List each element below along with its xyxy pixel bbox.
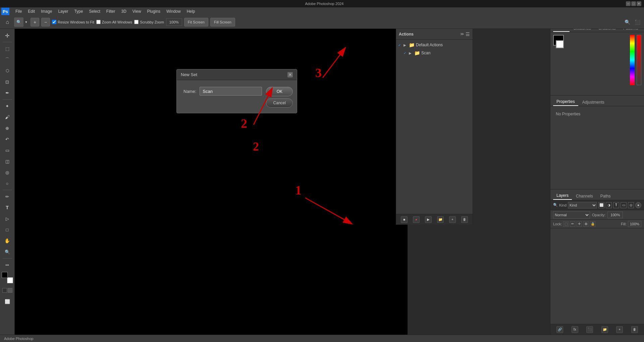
lock-all-btn[interactable]: 🔒 bbox=[590, 221, 595, 227]
opacity-input[interactable] bbox=[607, 212, 623, 218]
new-group-btn[interactable]: 📁 bbox=[601, 326, 608, 333]
filter-kind-select[interactable]: Kind bbox=[568, 202, 597, 209]
extra-tools[interactable]: ••• bbox=[2, 260, 13, 270]
lock-image-btn[interactable]: ✏ bbox=[570, 221, 575, 227]
path-selection-tool[interactable]: ▷ bbox=[2, 213, 13, 224]
default-actions-arrow[interactable]: ▶ bbox=[404, 43, 408, 47]
dodge-tool[interactable]: ○ bbox=[2, 178, 13, 189]
actions-new-set-btn[interactable]: 📁 bbox=[437, 216, 444, 223]
menu-edit[interactable]: Edit bbox=[25, 8, 38, 14]
marquee-tool[interactable]: ⬚ bbox=[2, 43, 13, 54]
maximize-button[interactable]: □ bbox=[631, 1, 636, 6]
actions-play-btn[interactable]: ▶ bbox=[425, 216, 432, 223]
filter-adj-icon[interactable]: ◑ bbox=[606, 202, 612, 208]
dialog-cancel-button[interactable]: Cancel bbox=[266, 98, 293, 108]
lock-position-btn[interactable]: ✛ bbox=[577, 221, 582, 227]
scan-actions-row[interactable]: ✓ ▶ 📁 Scan bbox=[396, 49, 473, 57]
blend-mode-select[interactable]: Normal bbox=[553, 211, 590, 219]
menu-help[interactable]: Help bbox=[184, 8, 198, 14]
home-icon[interactable]: ⌂ bbox=[3, 17, 12, 27]
actions-panel-title: Actions bbox=[399, 32, 414, 37]
menu-layer[interactable]: Layer bbox=[55, 8, 71, 14]
filter-toggle[interactable]: ● bbox=[635, 202, 641, 208]
lock-transparent-btn[interactable]: ⬚ bbox=[563, 221, 569, 227]
filter-smart-icon[interactable]: ◎ bbox=[628, 202, 634, 208]
actions-stop-btn[interactable]: ■ bbox=[401, 216, 408, 223]
new-layer-btn[interactable]: + bbox=[616, 326, 623, 333]
spot-healing-tool[interactable]: ✦ bbox=[2, 101, 13, 111]
lock-label: Lock: bbox=[553, 222, 562, 226]
menu-window[interactable]: Window bbox=[164, 8, 183, 14]
lock-artboard-btn[interactable]: ⊞ bbox=[583, 221, 589, 227]
color-spectrum-bar[interactable] bbox=[630, 35, 635, 85]
fit-screen-button[interactable]: Fit Screen bbox=[184, 18, 208, 26]
workspace-icon[interactable]: ⬛ bbox=[633, 18, 641, 26]
dialog-name-input[interactable] bbox=[200, 87, 262, 96]
blur-tool[interactable]: ◎ bbox=[2, 167, 13, 178]
menu-file[interactable]: File bbox=[13, 8, 24, 14]
menu-plugins[interactable]: Plugins bbox=[145, 8, 163, 14]
zoom-tool[interactable]: 🔍 bbox=[2, 246, 13, 257]
color-alpha-bar[interactable] bbox=[637, 35, 641, 85]
scrubby-zoom-check[interactable]: Scrubby Zoom bbox=[134, 20, 164, 24]
clone-tool[interactable]: ⊕ bbox=[2, 123, 13, 133]
dialog-ok-button[interactable]: OK bbox=[266, 87, 293, 96]
minimize-button[interactable]: ─ bbox=[626, 1, 631, 6]
tab-layers[interactable]: Layers bbox=[553, 192, 572, 200]
zoom-dropdown-btn[interactable]: ▼ bbox=[24, 17, 29, 27]
eraser-tool[interactable]: ▭ bbox=[2, 145, 13, 156]
link-layers-btn[interactable]: 🔗 bbox=[556, 326, 563, 333]
gradient-tool[interactable]: ◫ bbox=[2, 156, 13, 167]
menu-view[interactable]: View bbox=[130, 8, 144, 14]
tab-paths[interactable]: Paths bbox=[597, 192, 614, 200]
dialog-titlebar: New Set ✕ bbox=[177, 69, 297, 80]
eyedropper-tool[interactable]: ✒ bbox=[2, 88, 13, 98]
menu-filter[interactable]: Filter bbox=[104, 8, 118, 14]
zoom-out-btn[interactable]: − bbox=[41, 18, 50, 26]
fill-screen-button[interactable]: Fill Screen bbox=[210, 18, 235, 26]
pen-tool[interactable]: ✏ bbox=[2, 191, 13, 202]
zoom-all-check[interactable]: Zoom All Windows bbox=[96, 20, 132, 24]
menu-type[interactable]: Type bbox=[71, 8, 86, 14]
zoom-level-input[interactable] bbox=[166, 18, 182, 26]
actions-menu-btn[interactable]: ☰ bbox=[466, 32, 470, 37]
fx-btn[interactable]: fx bbox=[572, 326, 578, 333]
menu-select[interactable]: Select bbox=[86, 8, 103, 14]
filter-type-icon[interactable]: T bbox=[613, 202, 619, 208]
type-tool[interactable]: T bbox=[2, 202, 13, 213]
history-brush-tool[interactable]: ↶ bbox=[2, 134, 13, 145]
filter-pixel-icon[interactable]: ⬜ bbox=[598, 202, 604, 208]
tab-adjustments[interactable]: Adjustments bbox=[579, 99, 608, 106]
tab-channels[interactable]: Channels bbox=[573, 192, 596, 200]
mask-btn[interactable]: ⬛ bbox=[586, 326, 593, 333]
object-selection-tool[interactable]: ⬡ bbox=[2, 65, 13, 76]
dialog-close-button[interactable]: ✕ bbox=[287, 72, 293, 77]
move-tool[interactable]: ✛ bbox=[2, 30, 13, 41]
crop-tool[interactable]: ⊡ bbox=[2, 76, 13, 87]
background-swatch[interactable] bbox=[556, 40, 564, 48]
actions-delete-btn[interactable]: 🗑 bbox=[461, 216, 468, 223]
menu-3d[interactable]: 3D bbox=[118, 8, 129, 14]
filter-shape-icon[interactable]: ▭ bbox=[621, 202, 627, 208]
zoom-tool-btn[interactable]: 🔍 bbox=[14, 17, 23, 27]
zoom-in-btn[interactable]: + bbox=[31, 18, 39, 26]
default-actions-row[interactable]: ✓ ▶ 📁 Default Actions bbox=[396, 41, 473, 49]
tab-properties[interactable]: Properties bbox=[553, 98, 578, 106]
quick-mask-toggle[interactable] bbox=[2, 285, 13, 296]
search-icon[interactable]: 🔍 bbox=[623, 18, 631, 26]
actions-expand-btn[interactable]: ≫ bbox=[460, 32, 464, 36]
menu-image[interactable]: Image bbox=[38, 8, 55, 14]
brush-tool[interactable]: 🖌 bbox=[2, 112, 13, 122]
lasso-tool[interactable]: ⌒ bbox=[2, 54, 13, 65]
close-button[interactable]: ✕ bbox=[637, 1, 641, 6]
delete-layer-btn[interactable]: 🗑 bbox=[631, 326, 638, 333]
shape-tool[interactable]: □ bbox=[2, 224, 13, 235]
scan-actions-arrow[interactable]: ▶ bbox=[409, 51, 413, 55]
fill-input[interactable] bbox=[628, 221, 641, 227]
color-swatches[interactable] bbox=[2, 272, 13, 283]
actions-record-btn[interactable]: ● bbox=[413, 216, 420, 223]
actions-new-action-btn[interactable]: + bbox=[449, 216, 456, 223]
screen-mode-btn[interactable]: ⬜ bbox=[2, 296, 13, 307]
hand-tool[interactable]: ✋ bbox=[2, 235, 13, 246]
resize-windows-check[interactable]: Resize Windows to Fit bbox=[52, 20, 94, 24]
